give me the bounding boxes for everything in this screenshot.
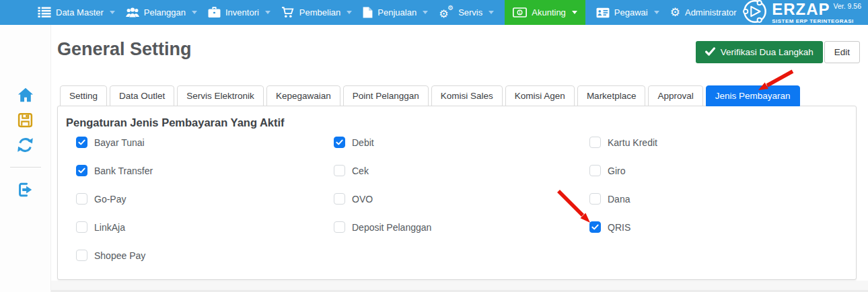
payment-label: Giro xyxy=(608,166,625,176)
checkbox-deposit-pelanggan[interactable] xyxy=(334,221,345,233)
payment-label: Debit xyxy=(352,137,374,148)
nav-label: Data Master xyxy=(56,7,104,17)
nav-item-inventori[interactable]: Inventori xyxy=(208,0,270,25)
chevron-down-icon xyxy=(110,11,115,14)
tab-komisi-sales[interactable]: Komisi Sales xyxy=(431,85,503,106)
home-icon[interactable] xyxy=(16,86,35,104)
nav-item-akunting[interactable]: 1 Akunting xyxy=(505,0,585,25)
nav-item-administrator[interactable]: ⚙ Administrator xyxy=(670,0,748,25)
tab-setting[interactable]: Setting xyxy=(60,85,107,106)
nav-item-data-master[interactable]: Data Master xyxy=(38,0,115,25)
payment-label: QRIS xyxy=(608,222,630,233)
verify-two-step-button[interactable]: Verifikasi Dua Langkah xyxy=(696,41,823,63)
refresh-icon[interactable] xyxy=(16,136,35,153)
payment-column-1: Bayar Tunai Bank Transfer Go-Pay LinkAja… xyxy=(76,137,153,261)
jenis-pembayaran-panel: Pengaturan Jenis Pembayaran Yang Aktif B… xyxy=(57,106,857,280)
sidebar-divider xyxy=(10,167,41,168)
nav-label: Servis xyxy=(458,7,482,17)
sign-out-icon[interactable] xyxy=(16,181,35,198)
checkbox-bank-transfer[interactable] xyxy=(76,165,87,176)
nav-label: Inventori xyxy=(225,7,259,17)
briefcase-icon xyxy=(208,7,221,18)
tab-servis-elektronik[interactable]: Servis Elektronik xyxy=(177,85,264,106)
cart-icon xyxy=(281,7,295,18)
erzap-emblem-icon xyxy=(742,0,768,27)
payment-label: Bank Transfer xyxy=(94,166,153,176)
tab-data-outlet[interactable]: Data Outlet xyxy=(110,85,174,106)
id-card-icon xyxy=(596,7,610,18)
checkbox-linkaja[interactable] xyxy=(76,221,87,233)
top-navbar: Data Master Pelanggan Inventori Pembelia… xyxy=(0,0,868,25)
nav-item-pegawai[interactable]: Pegawai xyxy=(596,0,659,25)
money-icon: 1 xyxy=(513,7,527,17)
checkbox-kartu-kredit[interactable] xyxy=(589,137,601,148)
chevron-down-icon xyxy=(265,11,270,14)
payment-item-dana[interactable]: Dana xyxy=(589,193,657,205)
payment-item-go-pay[interactable]: Go-Pay xyxy=(76,193,153,205)
payment-label: LinkAja xyxy=(94,222,125,233)
payment-label: Dana xyxy=(608,194,630,205)
checkbox-ovo[interactable] xyxy=(334,193,345,205)
payment-label: Shopee Pay xyxy=(94,250,145,261)
payment-item-giro[interactable]: Giro xyxy=(589,165,657,176)
verify-button-label: Verifikasi Dua Langkah xyxy=(721,47,813,57)
checkbox-giro[interactable] xyxy=(589,165,601,176)
nav-item-pelanggan[interactable]: Pelanggan xyxy=(126,0,197,25)
checkbox-go-pay[interactable] xyxy=(76,193,87,205)
chevron-down-icon xyxy=(423,11,428,14)
svg-text:1: 1 xyxy=(519,10,521,15)
payment-label: Deposit Pelanggan xyxy=(352,222,431,233)
page-title: General Setting xyxy=(57,39,192,60)
payment-item-linkaja[interactable]: LinkAja xyxy=(76,221,153,233)
nav-label: Pelanggan xyxy=(144,7,186,17)
tab-approval[interactable]: Approval xyxy=(648,85,702,106)
nav-item-servis[interactable]: ⚙⚙ Servis xyxy=(439,0,494,25)
payment-item-deposit-pelanggan[interactable]: Deposit Pelanggan xyxy=(334,221,431,233)
payment-item-shopee-pay[interactable]: Shopee Pay xyxy=(76,250,153,261)
brand-logo: ERZAP Ver. 9.56 SISTEM ERP TERINTEGRASI xyxy=(742,0,861,25)
edit-button[interactable]: Edit xyxy=(824,41,860,63)
chevron-down-icon xyxy=(192,11,197,14)
document-icon xyxy=(363,7,373,18)
checkbox-cek[interactable] xyxy=(334,165,345,176)
payment-label: Cek xyxy=(352,166,369,176)
nav-label: Penjualan xyxy=(377,7,417,17)
tab-komisi-agen[interactable]: Komisi Agen xyxy=(505,85,575,106)
tab-kepegawaian[interactable]: Kepegawaian xyxy=(266,85,340,106)
nav-item-penjualan[interactable]: Penjualan xyxy=(363,0,428,25)
checkbox-qris[interactable] xyxy=(589,221,601,233)
chevron-down-icon xyxy=(572,11,577,14)
chevron-down-icon xyxy=(347,11,352,14)
nav-label: Pegawai xyxy=(614,7,648,17)
payment-item-bayar-tunai[interactable]: Bayar Tunai xyxy=(76,137,153,148)
users-icon xyxy=(126,7,139,18)
payment-item-qris[interactable]: QRIS xyxy=(589,221,657,233)
payment-item-bank-transfer[interactable]: Bank Transfer xyxy=(76,165,153,176)
payment-item-cek[interactable]: Cek xyxy=(334,165,431,176)
payment-item-ovo[interactable]: OVO xyxy=(334,193,431,205)
payment-label: Kartu Kredit xyxy=(608,137,657,148)
tab-point-pelanggan[interactable]: Point Pelanggan xyxy=(343,85,429,106)
chevron-down-icon xyxy=(654,11,659,14)
tab-marketplace[interactable]: Marketplace xyxy=(577,85,646,106)
settings-tabbar: Setting Data Outlet Servis Elektronik Ke… xyxy=(60,85,800,106)
payment-item-debit[interactable]: Debit xyxy=(334,137,431,148)
chevron-down-icon xyxy=(489,11,494,14)
check-icon xyxy=(705,47,715,58)
nav-item-pembelian[interactable]: Pembelian xyxy=(281,0,352,25)
page-bottom-strip xyxy=(51,281,868,292)
left-sidebar xyxy=(0,25,51,292)
payment-label: Go-Pay xyxy=(94,194,126,205)
checkbox-bayar-tunai[interactable] xyxy=(76,137,87,148)
payment-column-3: Kartu Kredit Giro Dana QRIS xyxy=(589,137,657,233)
tab-jenis-pembayaran[interactable]: Jenis Pembayaran xyxy=(706,85,800,106)
save-icon[interactable] xyxy=(16,111,35,129)
checkbox-dana[interactable] xyxy=(589,193,601,205)
gear-icon: ⚙ xyxy=(670,7,680,18)
checkbox-debit[interactable] xyxy=(334,137,345,148)
list-icon xyxy=(38,7,51,18)
checkbox-shopee-pay[interactable] xyxy=(76,250,87,261)
payment-item-kartu-kredit[interactable]: Kartu Kredit xyxy=(589,137,657,148)
nav-label: Administrator xyxy=(685,7,737,17)
nav-label: Akunting xyxy=(532,7,566,17)
